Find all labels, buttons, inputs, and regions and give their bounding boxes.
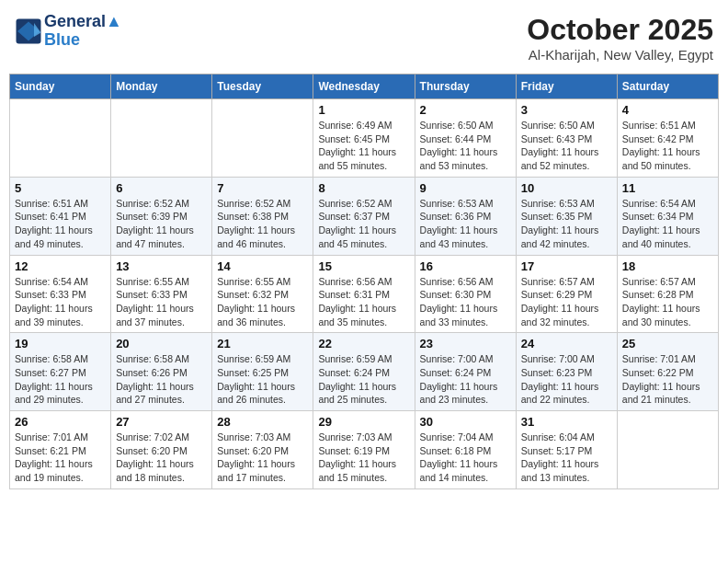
day-info: Sunrise: 7:03 AM Sunset: 6:19 PM Dayligh… bbox=[318, 431, 409, 485]
calendar-cell: 15Sunrise: 6:56 AM Sunset: 6:31 PM Dayli… bbox=[313, 255, 415, 333]
day-number: 13 bbox=[116, 259, 207, 273]
page-header: General▲Blue October 2025 Al-Kharijah, N… bbox=[9, 9, 719, 66]
day-info: Sunrise: 6:54 AM Sunset: 6:33 PM Dayligh… bbox=[15, 275, 106, 329]
day-info: Sunrise: 7:04 AM Sunset: 6:18 PM Dayligh… bbox=[420, 431, 511, 485]
day-number: 31 bbox=[521, 415, 612, 429]
calendar-cell: 26Sunrise: 7:01 AM Sunset: 6:21 PM Dayli… bbox=[10, 411, 111, 489]
day-number: 23 bbox=[420, 337, 511, 350]
calendar-cell: 30Sunrise: 7:04 AM Sunset: 6:18 PM Dayli… bbox=[415, 411, 516, 489]
calendar-cell: 19Sunrise: 6:58 AM Sunset: 6:27 PM Dayli… bbox=[10, 333, 111, 411]
day-info: Sunrise: 6:57 AM Sunset: 6:28 PM Dayligh… bbox=[622, 275, 713, 329]
day-number: 28 bbox=[217, 415, 308, 429]
day-number: 11 bbox=[622, 181, 713, 195]
day-info: Sunrise: 6:59 AM Sunset: 6:25 PM Dayligh… bbox=[217, 352, 308, 407]
calendar-week-row: 1Sunrise: 6:49 AM Sunset: 6:45 PM Daylig… bbox=[10, 99, 719, 178]
day-info: Sunrise: 7:00 AM Sunset: 6:23 PM Dayligh… bbox=[521, 352, 612, 407]
day-info: Sunrise: 7:02 AM Sunset: 6:20 PM Dayligh… bbox=[116, 431, 207, 485]
logo-icon bbox=[15, 17, 42, 45]
calendar-week-row: 5Sunrise: 6:51 AM Sunset: 6:41 PM Daylig… bbox=[10, 177, 719, 255]
day-number: 6 bbox=[116, 181, 207, 195]
calendar-cell: 17Sunrise: 6:57 AM Sunset: 6:29 PM Dayli… bbox=[516, 255, 617, 333]
day-number: 12 bbox=[15, 259, 106, 273]
day-info: Sunrise: 6:54 AM Sunset: 6:34 PM Dayligh… bbox=[622, 197, 713, 251]
day-info: Sunrise: 7:01 AM Sunset: 6:21 PM Dayligh… bbox=[15, 431, 106, 485]
calendar-cell: 31Sunrise: 6:04 AM Sunset: 5:17 PM Dayli… bbox=[516, 411, 617, 489]
day-number: 2 bbox=[420, 103, 511, 117]
day-info: Sunrise: 6:49 AM Sunset: 6:45 PM Dayligh… bbox=[318, 119, 409, 173]
calendar-cell: 11Sunrise: 6:54 AM Sunset: 6:34 PM Dayli… bbox=[617, 177, 718, 255]
day-number: 22 bbox=[318, 337, 409, 350]
calendar-table: SundayMondayTuesdayWednesdayThursdayFrid… bbox=[9, 74, 719, 489]
day-number: 26 bbox=[15, 415, 106, 429]
calendar-cell: 14Sunrise: 6:55 AM Sunset: 6:32 PM Dayli… bbox=[212, 255, 313, 333]
calendar-cell bbox=[10, 99, 111, 178]
logo: General▲Blue bbox=[15, 13, 122, 50]
calendar-week-row: 19Sunrise: 6:58 AM Sunset: 6:27 PM Dayli… bbox=[10, 333, 719, 411]
day-number: 8 bbox=[318, 181, 409, 195]
day-number: 10 bbox=[521, 181, 612, 195]
day-info: Sunrise: 6:55 AM Sunset: 6:32 PM Dayligh… bbox=[217, 275, 308, 329]
calendar-cell: 6Sunrise: 6:52 AM Sunset: 6:39 PM Daylig… bbox=[111, 177, 212, 255]
day-info: Sunrise: 6:58 AM Sunset: 6:27 PM Dayligh… bbox=[15, 352, 106, 407]
day-info: Sunrise: 6:51 AM Sunset: 6:42 PM Dayligh… bbox=[622, 119, 713, 173]
calendar-cell: 29Sunrise: 7:03 AM Sunset: 6:19 PM Dayli… bbox=[313, 411, 415, 489]
day-number: 16 bbox=[420, 259, 511, 273]
day-info: Sunrise: 6:56 AM Sunset: 6:31 PM Dayligh… bbox=[318, 275, 409, 329]
day-info: Sunrise: 6:53 AM Sunset: 6:36 PM Dayligh… bbox=[420, 197, 511, 251]
day-info: Sunrise: 6:04 AM Sunset: 5:17 PM Dayligh… bbox=[521, 431, 612, 485]
logo-text: General▲Blue bbox=[44, 13, 122, 50]
day-number: 3 bbox=[521, 103, 612, 117]
day-number: 17 bbox=[521, 259, 612, 273]
day-info: Sunrise: 7:03 AM Sunset: 6:20 PM Dayligh… bbox=[217, 431, 308, 485]
day-number: 19 bbox=[15, 337, 106, 350]
day-info: Sunrise: 7:00 AM Sunset: 6:24 PM Dayligh… bbox=[420, 352, 511, 407]
day-number: 27 bbox=[116, 415, 207, 429]
day-number: 25 bbox=[622, 337, 713, 350]
day-info: Sunrise: 6:52 AM Sunset: 6:38 PM Dayligh… bbox=[217, 197, 308, 251]
calendar-cell: 24Sunrise: 7:00 AM Sunset: 6:23 PM Dayli… bbox=[516, 333, 617, 411]
day-info: Sunrise: 6:59 AM Sunset: 6:24 PM Dayligh… bbox=[318, 352, 409, 407]
day-info: Sunrise: 6:51 AM Sunset: 6:41 PM Dayligh… bbox=[15, 197, 106, 251]
calendar-cell: 12Sunrise: 6:54 AM Sunset: 6:33 PM Dayli… bbox=[10, 255, 111, 333]
day-info: Sunrise: 6:56 AM Sunset: 6:30 PM Dayligh… bbox=[420, 275, 511, 329]
calendar-cell: 28Sunrise: 7:03 AM Sunset: 6:20 PM Dayli… bbox=[212, 411, 313, 489]
day-info: Sunrise: 6:50 AM Sunset: 6:44 PM Dayligh… bbox=[420, 119, 511, 173]
calendar-cell: 8Sunrise: 6:52 AM Sunset: 6:37 PM Daylig… bbox=[313, 177, 415, 255]
day-of-week-header: Saturday bbox=[617, 75, 718, 99]
day-number: 21 bbox=[217, 337, 308, 350]
calendar-cell: 9Sunrise: 6:53 AM Sunset: 6:36 PM Daylig… bbox=[415, 177, 516, 255]
calendar-cell: 2Sunrise: 6:50 AM Sunset: 6:44 PM Daylig… bbox=[415, 99, 516, 178]
day-number: 15 bbox=[318, 259, 409, 273]
calendar-cell: 3Sunrise: 6:50 AM Sunset: 6:43 PM Daylig… bbox=[516, 99, 617, 178]
day-info: Sunrise: 6:53 AM Sunset: 6:35 PM Dayligh… bbox=[521, 197, 612, 251]
calendar-cell: 7Sunrise: 6:52 AM Sunset: 6:38 PM Daylig… bbox=[212, 177, 313, 255]
day-number: 29 bbox=[318, 415, 409, 429]
day-of-week-header: Sunday bbox=[10, 75, 111, 99]
calendar-week-row: 26Sunrise: 7:01 AM Sunset: 6:21 PM Dayli… bbox=[10, 411, 719, 489]
day-of-week-header: Thursday bbox=[415, 75, 516, 99]
calendar-cell bbox=[212, 99, 313, 178]
calendar-cell: 16Sunrise: 6:56 AM Sunset: 6:30 PM Dayli… bbox=[415, 255, 516, 333]
calendar-cell bbox=[617, 411, 718, 489]
day-info: Sunrise: 6:52 AM Sunset: 6:39 PM Dayligh… bbox=[116, 197, 207, 251]
calendar-subtitle: Al-Kharijah, New Valley, Egypt bbox=[527, 47, 713, 63]
day-number: 30 bbox=[420, 415, 511, 429]
calendar-cell: 20Sunrise: 6:58 AM Sunset: 6:26 PM Dayli… bbox=[111, 333, 212, 411]
day-of-week-header: Wednesday bbox=[313, 75, 415, 99]
day-number: 4 bbox=[622, 103, 713, 117]
calendar-cell: 10Sunrise: 6:53 AM Sunset: 6:35 PM Dayli… bbox=[516, 177, 617, 255]
calendar-cell: 1Sunrise: 6:49 AM Sunset: 6:45 PM Daylig… bbox=[313, 99, 415, 178]
calendar-cell: 4Sunrise: 6:51 AM Sunset: 6:42 PM Daylig… bbox=[617, 99, 718, 178]
calendar-cell: 21Sunrise: 6:59 AM Sunset: 6:25 PM Dayli… bbox=[212, 333, 313, 411]
calendar-cell: 22Sunrise: 6:59 AM Sunset: 6:24 PM Dayli… bbox=[313, 333, 415, 411]
day-number: 24 bbox=[521, 337, 612, 350]
calendar-cell: 18Sunrise: 6:57 AM Sunset: 6:28 PM Dayli… bbox=[617, 255, 718, 333]
day-of-week-header: Monday bbox=[111, 75, 212, 99]
calendar-cell: 23Sunrise: 7:00 AM Sunset: 6:24 PM Dayli… bbox=[415, 333, 516, 411]
calendar-week-row: 12Sunrise: 6:54 AM Sunset: 6:33 PM Dayli… bbox=[10, 255, 719, 333]
calendar-cell: 27Sunrise: 7:02 AM Sunset: 6:20 PM Dayli… bbox=[111, 411, 212, 489]
day-info: Sunrise: 6:50 AM Sunset: 6:43 PM Dayligh… bbox=[521, 119, 612, 173]
day-info: Sunrise: 7:01 AM Sunset: 6:22 PM Dayligh… bbox=[622, 352, 713, 407]
day-number: 20 bbox=[116, 337, 207, 350]
title-block: October 2025 Al-Kharijah, New Valley, Eg… bbox=[527, 13, 713, 63]
